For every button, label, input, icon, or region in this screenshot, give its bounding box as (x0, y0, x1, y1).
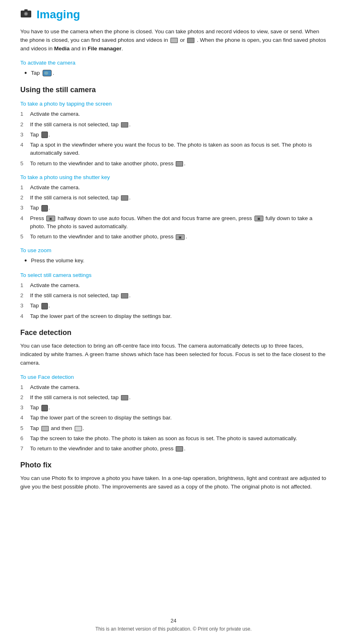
select-settings-list: 1Activate the camera. 2If the still came… (20, 281, 327, 320)
activate-camera-heading: To activate the camera (20, 60, 327, 66)
select-settings-heading: To select still camera settings (20, 272, 327, 278)
svg-rect-3 (24, 9, 28, 11)
list-item: 2If the still camera is not selected, ta… (20, 194, 327, 202)
gallery2-icon (187, 38, 194, 43)
camera-app-icon (43, 70, 52, 76)
list-item: 4Tap the lower part of the screen to dis… (20, 312, 327, 320)
shutter-back-icon: ▣ (176, 234, 185, 240)
list-item: 5Tap and then . (20, 424, 327, 432)
copyright-text: This is an Internet version of this publ… (0, 626, 347, 632)
list-item: 4Tap the lower part of the screen to dis… (20, 414, 327, 422)
face-settings-icon (41, 426, 49, 431)
page-number: 24 (0, 618, 347, 624)
list-item: 5To return to the viewfinder and to take… (20, 160, 327, 168)
take-photo-tap-heading: To take a photo by tapping the screen (20, 101, 327, 107)
face-detect-icon (75, 426, 82, 431)
list-item: 2If the still camera is not selected, ta… (20, 292, 327, 300)
list-item: 3Tap . (20, 302, 327, 310)
list-item: 1Activate the camera. (20, 184, 327, 192)
use-face-detection-heading: To use Face detection (20, 374, 327, 380)
intro-paragraph: You have to use the camera when the phon… (20, 28, 327, 53)
take-photo-tap-list: 1Activate the camera. 2If the still came… (20, 110, 327, 168)
svg-point-2 (25, 13, 27, 15)
face-detection-heading: Face detection (20, 328, 327, 337)
list-item: 3Tap . (20, 404, 327, 412)
list-item: 2If the still camera is not selected, ta… (20, 393, 327, 402)
list-item: 3Tap . (20, 131, 327, 139)
gallery-icon (170, 38, 178, 43)
list-item: 2If the still camera is not selected, ta… (20, 121, 327, 129)
still-camera-icon (121, 122, 128, 128)
list-item: 3Tap . (20, 204, 327, 212)
photo-fix-heading: Photo fix (20, 461, 327, 469)
cap-fd (41, 405, 48, 411)
use-zoom-bullet: • Press the volume key. (20, 257, 327, 266)
camera-header-icon (20, 8, 32, 21)
list-item: 1Activate the camera. (20, 383, 327, 391)
capture-icon2 (41, 205, 48, 212)
take-photo-shutter-heading: To take a photo using the shutter key (20, 174, 327, 180)
shutter-icon: ▣ (46, 216, 55, 221)
still-camera-heading: Using the still camera (20, 86, 327, 94)
activate-camera-text: Tap . (31, 69, 54, 77)
bullet-dot: • (24, 69, 27, 78)
use-zoom-heading: To use zoom (20, 247, 327, 253)
capture-icon3 (41, 303, 48, 309)
footer: 24 This is an Internet version of this p… (0, 618, 347, 632)
take-photo-shutter-list: 1Activate the camera. 2If the still came… (20, 184, 327, 241)
list-item: 6Tap the screen to take the photo. The p… (20, 434, 327, 443)
photo-fix-description: You can use Photo fix to improve a photo… (20, 474, 327, 491)
list-item: 1Activate the camera. (20, 110, 327, 118)
face-detection-list: 1Activate the camera. 2If the still came… (20, 383, 327, 453)
back-icon (176, 161, 183, 166)
face-detection-description: You can use face detection to bring an o… (20, 342, 327, 367)
list-item: 4Press ▣ halfway down to use auto focus.… (20, 214, 327, 231)
capture-icon (41, 132, 48, 138)
bullet-dot-zoom: • (24, 257, 27, 266)
back-fd-icon (176, 446, 183, 452)
still-camera-icon2 (121, 195, 128, 201)
shutter-icon2: ▣ (254, 216, 263, 221)
page-title: Imaging (20, 8, 327, 21)
page-wrapper: Imaging You have to use the camera when … (0, 0, 347, 644)
still-cam-fd (121, 395, 128, 400)
list-item: 7To return to the viewfinder and to take… (20, 445, 327, 453)
list-item: 1Activate the camera. (20, 281, 327, 290)
still-camera-icon3 (121, 293, 128, 298)
list-item: 5To return to the viewfinder and to take… (20, 233, 327, 241)
activate-camera-bullet: • Tap . (20, 69, 327, 78)
list-item: 4Tap a spot in the viewfinder where you … (20, 141, 327, 158)
